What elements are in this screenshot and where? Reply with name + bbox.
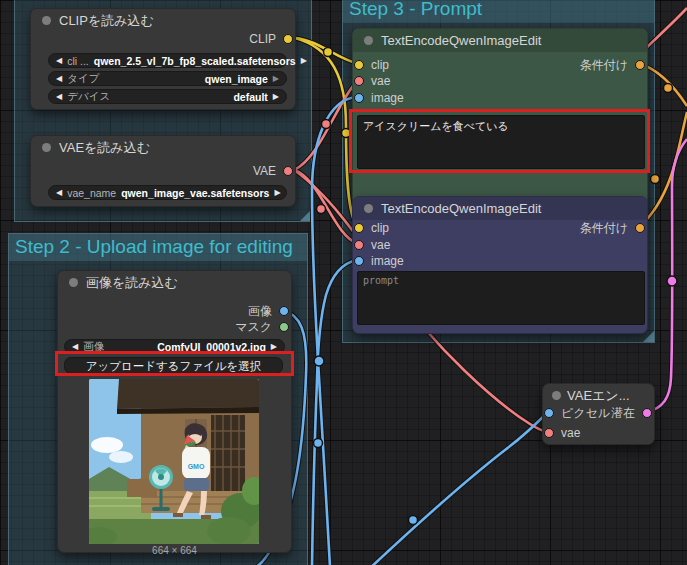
node-title: TextEncodeQwenImageEdit [381, 33, 541, 48]
clip-output-dot[interactable] [283, 34, 293, 44]
latent-output-dot[interactable] [642, 408, 652, 418]
next-value-icon[interactable]: ▶ [271, 343, 277, 351]
group-resize-handle[interactable] [300, 210, 311, 221]
output-slot-vae[interactable]: VAE [253, 163, 293, 179]
image-input-dot[interactable] [354, 93, 364, 103]
clip-input-dot[interactable] [354, 60, 364, 70]
input-slot-vae[interactable]: vae [544, 425, 580, 441]
next-value-icon[interactable]: ▶ [301, 57, 307, 65]
widget-vae-name[interactable]: ◀ vae_name qwen_image_vae.safetensors ▶ [48, 185, 287, 200]
input-slot-vae[interactable]: vae [354, 73, 390, 89]
node-load-vae[interactable]: VAEを読み込む VAE ◀ vae_name qwen_image_vae.s… [30, 135, 296, 207]
widget-clip-name[interactable]: ◀ cli ... qwen_2.5_vl_7b_fp8_scaled.safe… [48, 53, 287, 68]
image-size-label: 664 × 664 [58, 545, 291, 556]
prev-value-icon[interactable]: ◀ [56, 93, 62, 101]
node-title: CLIPを読み込む [59, 12, 154, 30]
svg-text:GMO: GMO [188, 463, 205, 470]
node-title: VAEを読み込む [59, 139, 150, 157]
output-slot-clip[interactable]: CLIP [249, 31, 293, 47]
image-preview: GMO [89, 379, 259, 544]
collapse-dot-icon[interactable] [364, 204, 373, 213]
node-title: VAEエン... [567, 387, 630, 405]
node-graph-canvas[interactable]: Step 2 - Upload image for editing Step 3… [0, 0, 687, 565]
node-vae-encode[interactable]: VAEエン... ピクセル vae 潜在 [542, 383, 655, 445]
conditioning-output-dot[interactable] [635, 223, 645, 233]
prompt-textarea[interactable]: アイスクリームを食べている [357, 115, 645, 169]
output-slot-latent[interactable]: 潜在 [611, 405, 652, 421]
output-slot-image[interactable]: 画像 [248, 303, 289, 319]
group-step3-title: Step 3 - Prompt [343, 0, 654, 23]
vae-input-dot[interactable] [354, 240, 364, 250]
prev-value-icon[interactable]: ◀ [56, 75, 62, 83]
prompt-textarea[interactable] [357, 271, 645, 325]
input-slot-clip[interactable]: clip [354, 220, 389, 236]
preview-illustration: GMO [89, 379, 259, 544]
output-slot-conditioning[interactable]: 条件付け [580, 57, 645, 73]
node-title: TextEncodeQwenImageEdit [381, 201, 541, 216]
prev-value-icon[interactable]: ◀ [56, 57, 62, 65]
next-value-icon[interactable]: ▶ [273, 75, 279, 83]
pixels-input-dot[interactable] [544, 408, 554, 418]
collapse-dot-icon[interactable] [42, 143, 51, 152]
input-slot-clip[interactable]: clip [354, 57, 389, 73]
collapse-dot-icon[interactable] [552, 391, 561, 400]
prev-value-icon[interactable]: ◀ [72, 343, 78, 351]
node-text-encode-1[interactable]: TextEncodeQwenImageEdit clip vae image 条… [352, 28, 648, 206]
vae-output-dot[interactable] [283, 166, 293, 176]
group-step2-title: Step 2 - Upload image for editing [9, 234, 307, 261]
node-text-encode-2[interactable]: TextEncodeQwenImageEdit clip vae image 条… [352, 196, 648, 334]
image-input-dot[interactable] [354, 256, 364, 266]
input-slot-image[interactable]: image [354, 90, 404, 106]
node-load-clip[interactable]: CLIPを読み込む CLIP ◀ cli ... qwen_2.5_vl_7b_… [30, 8, 296, 110]
widget-image-file[interactable]: ◀ 画像 ComfyUI_00001v2.jpg ▶ [64, 339, 285, 354]
node-load-image[interactable]: 画像を読み込む 画像 マスク ◀ 画像 ComfyUI_00001v2.jpg … [57, 270, 292, 553]
node-title: 画像を読み込む [86, 274, 178, 292]
conditioning-output-dot[interactable] [635, 60, 645, 70]
vae-input-dot[interactable] [544, 428, 554, 438]
widget-type[interactable]: ◀ タイプ qwen_image ▶ [48, 71, 287, 86]
input-slot-image[interactable]: image [354, 253, 404, 269]
collapse-dot-icon[interactable] [69, 278, 78, 287]
clip-input-dot[interactable] [354, 223, 364, 233]
next-value-icon[interactable]: ▶ [273, 93, 279, 101]
output-slot-conditioning[interactable]: 条件付け [580, 220, 645, 236]
vae-input-dot[interactable] [354, 76, 364, 86]
image-output-dot[interactable] [279, 306, 289, 316]
upload-file-button[interactable]: アップロードするファイルを選択 [64, 357, 283, 374]
wire-image-to-vae-encode [368, 413, 547, 565]
prev-value-icon[interactable]: ◀ [56, 189, 62, 197]
mask-output-dot[interactable] [279, 322, 289, 332]
input-slot-pixels[interactable]: ピクセル [544, 405, 610, 421]
collapse-dot-icon[interactable] [42, 16, 51, 25]
widget-device[interactable]: ◀ デバイス default ▶ [48, 89, 287, 104]
collapse-dot-icon[interactable] [364, 36, 373, 45]
input-slot-vae[interactable]: vae [354, 237, 390, 253]
next-value-icon[interactable]: ▶ [274, 189, 280, 197]
output-slot-mask[interactable]: マスク [235, 319, 289, 335]
